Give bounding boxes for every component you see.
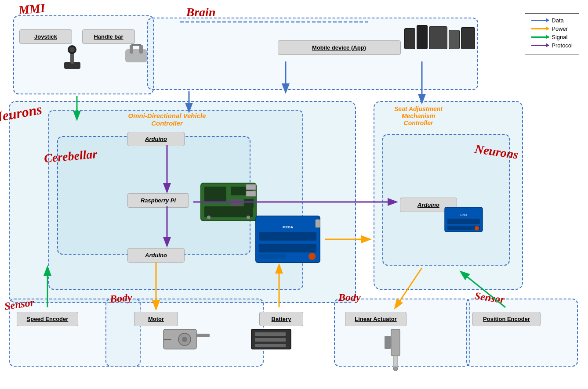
legend: Data Power Signal Protocol xyxy=(525,13,579,54)
svg-rect-13 xyxy=(204,206,253,217)
svg-rect-9 xyxy=(204,187,226,202)
svg-rect-24 xyxy=(316,220,320,227)
mmi-section: MMI Joystick Handle bar xyxy=(13,15,154,94)
svg-rect-37 xyxy=(255,338,286,342)
svg-point-14 xyxy=(207,216,211,219)
svg-rect-16 xyxy=(246,184,256,190)
svg-point-41 xyxy=(393,367,398,371)
signal-arrow-icon xyxy=(531,36,549,38)
mobile-device-label: Mobile device (App) xyxy=(312,44,366,51)
joystick-icon xyxy=(62,43,82,73)
power-arrow-icon xyxy=(531,28,549,29)
position-encoder-label: Position Encoder xyxy=(483,316,530,322)
svg-rect-22 xyxy=(259,254,286,259)
svg-rect-5 xyxy=(130,45,133,54)
battery-icon xyxy=(250,327,294,355)
body-right-label: Body xyxy=(338,292,361,303)
battery-label: Battery xyxy=(272,316,291,322)
speed-encoder-label: Speed Encoder xyxy=(27,316,69,322)
battery-box: Battery xyxy=(259,312,303,326)
brain-section: Brain Mobile device (App) xyxy=(147,18,478,90)
mmi-label: MMI xyxy=(18,1,46,17)
svg-point-3 xyxy=(69,47,75,52)
legend-signal: Signal xyxy=(531,34,573,40)
legend-protocol: Protocol xyxy=(531,42,573,49)
linear-actuator-box: Linear Actuator xyxy=(345,312,407,326)
position-encoder-box: Position Encoder xyxy=(472,312,541,326)
linear-actuator-icon xyxy=(382,327,417,373)
handlebar-icon xyxy=(123,40,149,71)
svg-point-15 xyxy=(247,216,250,219)
legend-data: Data xyxy=(531,17,573,24)
arduino-right-label: Arduino xyxy=(417,202,439,208)
svg-rect-6 xyxy=(139,45,143,54)
arduino-middle-label: Arduino xyxy=(145,252,167,259)
mobile-devices-icon xyxy=(404,25,475,49)
protocol-arrow-icon xyxy=(531,45,549,46)
svg-text:MEGA: MEGA xyxy=(283,225,293,229)
joystick-label: Joystick xyxy=(34,33,57,40)
brain-label: Brain xyxy=(186,5,216,19)
legend-power: Power xyxy=(531,25,573,32)
raspberry-pi-box: Raspberry Pi xyxy=(127,193,189,208)
linear-actuator-label: Linear Actuator xyxy=(355,316,397,322)
sam-label: Seat Adjustment Mechanism Controller xyxy=(379,105,458,126)
legend-power-label: Power xyxy=(552,25,568,32)
mobile-device-box: Mobile device (App) xyxy=(278,40,401,55)
odvc-label: Omni-Directional Vehicle Controller xyxy=(123,112,211,127)
svg-rect-21 xyxy=(259,244,316,252)
arduino-mega-icon: MEGA xyxy=(255,215,321,265)
legend-signal-label: Signal xyxy=(552,34,567,40)
diagram-container: Data Power Signal Protocol MMI Joystick xyxy=(0,0,588,389)
svg-rect-38 xyxy=(255,344,286,347)
svg-point-33 xyxy=(182,337,187,342)
svg-rect-39 xyxy=(391,329,400,356)
arduino-right-icon: UNO xyxy=(444,206,483,234)
arduino-top-label: Arduino xyxy=(145,136,167,142)
body-left-label: Body xyxy=(109,292,133,305)
svg-point-23 xyxy=(309,253,316,260)
joystick-box: Joystick xyxy=(19,29,72,44)
sensor-right-section xyxy=(466,299,578,367)
legend-data-label: Data xyxy=(552,17,563,24)
data-arrow-icon xyxy=(531,20,549,21)
raspberry-pi-label: Raspberry Pi xyxy=(141,197,176,204)
motor-box: Motor xyxy=(134,312,178,326)
svg-rect-17 xyxy=(246,191,256,196)
svg-point-29 xyxy=(475,226,479,231)
arduino-top-box: Arduino xyxy=(127,132,185,146)
arduino-middle-box: Arduino xyxy=(127,248,185,263)
handlebar-label: Handle bar xyxy=(94,33,123,40)
svg-text:UNO: UNO xyxy=(460,213,467,216)
motor-label: Motor xyxy=(148,316,164,322)
svg-rect-42 xyxy=(385,336,391,349)
svg-rect-36 xyxy=(255,332,286,336)
svg-rect-4 xyxy=(125,49,147,62)
svg-rect-20 xyxy=(259,232,316,241)
svg-rect-31 xyxy=(196,334,210,337)
legend-protocol-label: Protocol xyxy=(552,42,573,49)
raspberry-pi-icon xyxy=(200,182,257,223)
svg-rect-27 xyxy=(447,219,480,224)
speed-encoder-box: Speed Encoder xyxy=(17,312,78,326)
motor-icon xyxy=(163,325,211,355)
